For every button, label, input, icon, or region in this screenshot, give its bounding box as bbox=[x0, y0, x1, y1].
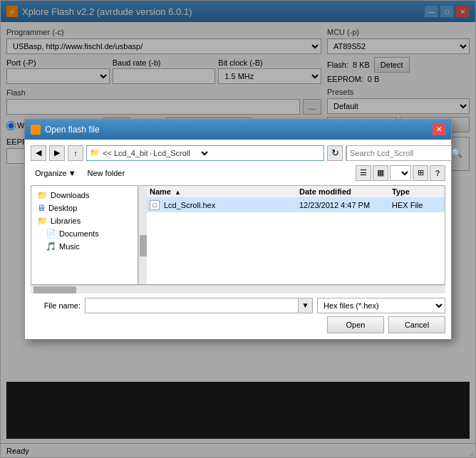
sort-arrow: ▲ bbox=[175, 189, 181, 196]
modal-overlay: Open flash file ✕ ◀ ▶ ↑ 📁 << Lcd_4_bit ›… bbox=[1, 1, 475, 457]
folder-tree: 📁 Downloads 🖥 Desktop 📁 Libraries � bbox=[31, 186, 138, 284]
desktop-icon: 🖥 bbox=[37, 203, 46, 213]
modal-title-bar: Open flash file ✕ bbox=[25, 120, 451, 140]
filename-row: File name: d:\Lcd_4_bit\Lcd_Scroll\Lcd_S… bbox=[31, 298, 445, 313]
search-bar: 🔍 bbox=[346, 145, 445, 161]
filetype-select[interactable]: Hex files (*.hex) bbox=[317, 298, 445, 313]
h-scrollbar[interactable] bbox=[31, 285, 445, 293]
main-window: ⚡ Xplore Flash v2.2 (avrdude version 6.0… bbox=[0, 0, 476, 458]
tree-item-downloads[interactable]: 📁 Downloads bbox=[34, 189, 135, 202]
col-date-header[interactable]: Date modified bbox=[299, 187, 392, 196]
breadcrumb-dropdown[interactable] bbox=[190, 147, 210, 160]
filetype-select-wrap: Hex files (*.hex) bbox=[317, 298, 445, 313]
h-scrollbar-thumb bbox=[33, 286, 76, 293]
organize-button[interactable]: Organize ▼ bbox=[31, 165, 81, 181]
tree-item-libraries[interactable]: 📁 Libraries bbox=[34, 214, 135, 227]
col-name-header[interactable]: Name ▲ bbox=[150, 187, 299, 196]
downloads-icon: 📁 bbox=[37, 190, 48, 200]
refresh-button[interactable]: ↻ bbox=[327, 145, 343, 161]
file-type-cell: HEX File bbox=[392, 201, 442, 209]
file-item[interactable]: □ Lcd_Scroll.hex 12/23/2012 4:47 PM HEX … bbox=[147, 198, 445, 212]
view-tiles-button[interactable]: ⊞ bbox=[413, 165, 428, 181]
view-details-button[interactable]: ▦ bbox=[373, 165, 388, 181]
file-name-cell: Lcd_Scroll.hex bbox=[164, 201, 299, 209]
modal-title-text: Open flash file bbox=[45, 125, 100, 135]
back-button[interactable]: ◀ bbox=[31, 145, 46, 161]
breadcrumb-bar: ◀ ▶ ↑ 📁 << Lcd_4_bit › Lcd_Scroll ↻ bbox=[31, 145, 445, 161]
file-list-area: Name ▲ Date modified Type □ Lcd_Scroll.h… bbox=[147, 186, 445, 284]
breadcrumb-input[interactable]: 📁 << Lcd_4_bit › Lcd_Scroll bbox=[86, 145, 324, 161]
open-cancel-row: Open Cancel bbox=[31, 316, 445, 333]
search-input[interactable] bbox=[346, 145, 452, 161]
file-browser: 📁 Downloads 🖥 Desktop 📁 Libraries � bbox=[31, 185, 445, 285]
view-buttons: ☰ ▦ ⊞ ? bbox=[356, 165, 445, 181]
view-list-button[interactable]: ☰ bbox=[356, 165, 371, 181]
modal-title-left: Open flash file bbox=[31, 125, 100, 135]
col-type-header[interactable]: Type bbox=[392, 187, 442, 196]
libraries-icon: 📁 bbox=[37, 216, 48, 226]
open-file-dialog: Open flash file ✕ ◀ ▶ ↑ 📁 << Lcd_4_bit ›… bbox=[24, 119, 452, 340]
tree-scrollbar-thumb bbox=[140, 235, 147, 256]
tree-scrollbar[interactable] bbox=[138, 186, 147, 284]
tree-item-desktop[interactable]: 🖥 Desktop bbox=[34, 202, 135, 214]
file-list-header: Name ▲ Date modified Type bbox=[147, 186, 445, 198]
filename-input[interactable]: d:\Lcd_4_bit\Lcd_Scroll\Lcd_Scroll bbox=[85, 298, 299, 313]
tree-item-documents[interactable]: 📄 Documents bbox=[34, 227, 135, 240]
toolbar-left: Organize ▼ New folder bbox=[31, 165, 129, 181]
modal-close-button[interactable]: ✕ bbox=[433, 124, 445, 135]
filename-label: File name: bbox=[31, 301, 81, 310]
help-button[interactable]: ? bbox=[430, 165, 445, 181]
new-folder-button[interactable]: New folder bbox=[83, 165, 130, 181]
dialog-bottom: File name: d:\Lcd_4_bit\Lcd_Scroll\Lcd_S… bbox=[31, 298, 445, 333]
tree-item-music[interactable]: 🎵 Music bbox=[34, 240, 135, 253]
filename-input-wrap: d:\Lcd_4_bit\Lcd_Scroll\Lcd_Scroll ▼ bbox=[85, 298, 313, 313]
forward-button[interactable]: ▶ bbox=[49, 145, 65, 161]
music-icon: 🎵 bbox=[46, 241, 56, 251]
modal-body: ◀ ▶ ↑ 📁 << Lcd_4_bit › Lcd_Scroll ↻ bbox=[25, 140, 451, 339]
modal-app-icon bbox=[31, 125, 41, 135]
view-select[interactable] bbox=[390, 165, 411, 181]
up-button[interactable]: ↑ bbox=[68, 145, 83, 161]
filename-dropdown-button[interactable]: ▼ bbox=[299, 298, 313, 313]
resize-corner[interactable]: ⊿ bbox=[467, 449, 475, 457]
breadcrumb-folder-icon: 📁 bbox=[90, 148, 100, 157]
documents-icon: 📄 bbox=[46, 229, 56, 239]
breadcrumb-part1: << Lcd_4_bit bbox=[103, 149, 148, 157]
file-hex-icon: □ bbox=[150, 200, 160, 210]
file-toolbar: Organize ▼ New folder ☰ ▦ ⊞ ? bbox=[31, 165, 445, 181]
cancel-button[interactable]: Cancel bbox=[388, 316, 445, 333]
file-date-cell: 12/23/2012 4:47 PM bbox=[299, 201, 392, 209]
open-button[interactable]: Open bbox=[327, 316, 384, 333]
search-icon: 🔍 bbox=[452, 146, 462, 160]
breadcrumb-part2: Lcd_Scroll bbox=[153, 149, 190, 157]
breadcrumb-chevron: › bbox=[150, 149, 152, 157]
